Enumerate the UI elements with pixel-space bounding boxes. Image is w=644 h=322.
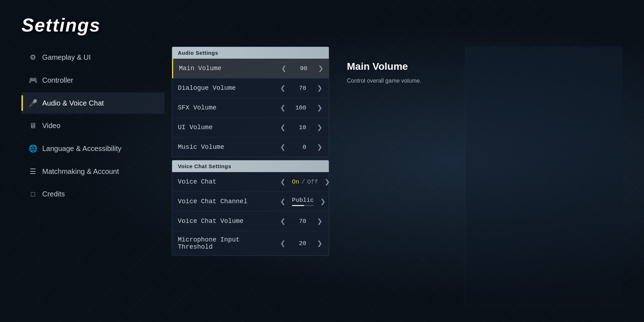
info-description: Control overall game volume. — [347, 77, 447, 85]
sidebar-item-credits[interactable]: □ Credits — [21, 184, 165, 205]
info-panel: Main Volume Control overall game volume. — [329, 47, 465, 308]
voice-chat-channel-left-arrow[interactable]: ❮ — [278, 197, 288, 206]
setting-name-main-volume: Main Volume — [179, 65, 279, 72]
setting-row-mic-threshold[interactable]: Microphone Input Threshold ❮ 20 ❯ — [172, 231, 329, 255]
voice-chat-volume-value: 70 — [292, 218, 306, 225]
setting-name-voice-chat-channel: Voice Chat Channel — [178, 198, 278, 205]
sidebar-label-video: Video — [42, 122, 60, 130]
dialogue-volume-right-arrow[interactable]: ❯ — [315, 83, 325, 93]
setting-name-voice-chat: Voice Chat — [178, 178, 278, 185]
mic-threshold-left-arrow[interactable]: ❮ — [278, 239, 288, 248]
voice-chat-channel-display: Public — [292, 197, 314, 206]
setting-control-main-volume: ❮ 90 ❯ — [279, 64, 326, 73]
setting-control-voice-chat: ❮ On / Off ❯ — [278, 177, 329, 186]
voice-chat-on-label: On — [292, 179, 299, 185]
setting-row-dialogue-volume[interactable]: Dialogue Volume ❮ 70 ❯ — [172, 78, 329, 98]
sfx-volume-left-arrow[interactable]: ❮ — [278, 103, 288, 112]
page-title: Settings — [21, 14, 623, 36]
sidebar-item-matchmaking[interactable]: ☰ Matchmaking & Account — [21, 161, 165, 182]
sidebar-item-language[interactable]: 🌐 Language & Accessibility — [21, 138, 165, 159]
voice-chat-right-arrow[interactable]: ❯ — [322, 177, 329, 186]
setting-name-ui-volume: UI Volume — [178, 124, 278, 131]
setting-row-voice-chat-volume[interactable]: Voice Chat Volume ❮ 70 ❯ — [172, 211, 329, 231]
setting-row-music-volume[interactable]: Music Volume ❮ 0 ❯ — [172, 137, 329, 157]
sidebar-label-credits: Credits — [42, 190, 65, 198]
voice-chat-channel-bar-fill — [292, 205, 304, 206]
settings-panel: Audio Settings Main Volume ❮ 90 ❯ — [172, 47, 329, 308]
sidebar-label-gameplay: Gameplay & UI — [42, 53, 91, 62]
setting-row-ui-volume[interactable]: UI Volume ❮ 10 ❯ — [172, 118, 329, 137]
setting-row-voice-chat[interactable]: Voice Chat ❮ On / Off ❯ — [172, 172, 329, 192]
voice-chat-separator: / — [301, 179, 305, 185]
info-title: Main Volume — [347, 61, 447, 72]
sidebar-item-video[interactable]: 🖥 Video — [21, 115, 165, 136]
setting-control-dialogue-volume: ❮ 70 ❯ — [278, 83, 325, 93]
dialogue-volume-value: 70 — [292, 85, 306, 92]
sidebar: ⚙ Gameplay & UI 🎮 Controller 🎤 Audio & V… — [21, 47, 172, 308]
voice-chat-settings-header: Voice Chat Settings — [172, 160, 329, 172]
main-volume-left-arrow[interactable]: ❮ — [279, 64, 289, 73]
voice-chat-off-label: Off — [307, 179, 318, 185]
sidebar-label-controller: Controller — [42, 76, 73, 84]
music-volume-right-arrow[interactable]: ❯ — [315, 142, 325, 152]
video-icon: 🖥 — [29, 122, 37, 130]
credits-icon: □ — [29, 190, 37, 198]
voice-chat-channel-value: Public — [292, 197, 314, 204]
voice-chat-volume-left-arrow[interactable]: ❮ — [278, 216, 288, 226]
setting-row-voice-chat-channel[interactable]: Voice Chat Channel ❮ Public ❯ — [172, 192, 329, 211]
voice-chat-channel-right-arrow[interactable]: ❯ — [318, 197, 328, 206]
main-volume-right-arrow[interactable]: ❯ — [316, 64, 326, 73]
mic-threshold-value: 20 — [292, 240, 306, 247]
setting-row-sfx-volume[interactable]: SFX Volume ❮ 100 ❯ — [172, 98, 329, 118]
setting-control-sfx-volume: ❮ 100 ❯ — [278, 103, 325, 112]
dialogue-volume-left-arrow[interactable]: ❮ — [278, 83, 288, 93]
voice-chat-settings-section: Voice Chat Settings Voice Chat ❮ On / Of… — [172, 160, 329, 256]
sfx-volume-right-arrow[interactable]: ❯ — [315, 103, 325, 112]
setting-row-main-volume[interactable]: Main Volume ❮ 90 ❯ — [172, 59, 329, 78]
language-icon: 🌐 — [29, 144, 37, 153]
setting-name-dialogue-volume: Dialogue Volume — [178, 84, 278, 92]
setting-control-music-volume: ❮ 0 ❯ — [278, 142, 325, 152]
audio-icon: 🎤 — [29, 99, 37, 107]
sidebar-item-audio[interactable]: 🎤 Audio & Voice Chat — [21, 92, 165, 114]
voice-chat-volume-right-arrow[interactable]: ❯ — [315, 216, 325, 226]
gameplay-icon: ⚙ — [29, 53, 37, 62]
voice-chat-left-arrow[interactable]: ❮ — [278, 177, 288, 186]
audio-settings-section: Audio Settings Main Volume ❮ 90 ❯ — [172, 47, 329, 157]
setting-control-mic-threshold: ❮ 20 ❯ — [278, 239, 325, 248]
music-volume-value: 0 — [292, 144, 306, 151]
setting-control-voice-chat-volume: ❮ 70 ❯ — [278, 216, 325, 226]
setting-control-ui-volume: ❮ 10 ❯ — [278, 123, 325, 132]
ui-volume-value: 10 — [292, 124, 306, 131]
setting-name-mic-threshold: Microphone Input Threshold — [178, 236, 278, 250]
setting-name-sfx-volume: SFX Volume — [178, 104, 278, 111]
right-decorative-area — [465, 47, 623, 308]
sidebar-label-matchmaking: Matchmaking & Account — [42, 167, 119, 176]
sidebar-item-gameplay[interactable]: ⚙ Gameplay & UI — [21, 47, 165, 68]
ui-volume-right-arrow[interactable]: ❯ — [315, 123, 325, 132]
ui-volume-left-arrow[interactable]: ❮ — [278, 123, 288, 132]
sidebar-label-language: Language & Accessibility — [42, 145, 121, 153]
sidebar-item-controller[interactable]: 🎮 Controller — [21, 69, 165, 91]
main-volume-value: 90 — [293, 65, 307, 72]
voice-chat-channel-bar — [292, 205, 314, 206]
setting-name-voice-chat-volume: Voice Chat Volume — [178, 218, 278, 225]
sfx-volume-value: 100 — [292, 104, 306, 111]
voice-chat-toggle: On / Off — [292, 179, 318, 185]
controller-icon: 🎮 — [29, 76, 37, 84]
sidebar-label-audio: Audio & Voice Chat — [42, 99, 104, 107]
music-volume-left-arrow[interactable]: ❮ — [278, 142, 288, 152]
setting-name-music-volume: Music Volume — [178, 143, 278, 151]
audio-settings-header: Audio Settings — [172, 47, 329, 59]
mic-threshold-right-arrow[interactable]: ❯ — [315, 239, 325, 248]
matchmaking-icon: ☰ — [29, 167, 37, 176]
setting-control-voice-chat-channel: ❮ Public ❯ — [278, 197, 328, 206]
